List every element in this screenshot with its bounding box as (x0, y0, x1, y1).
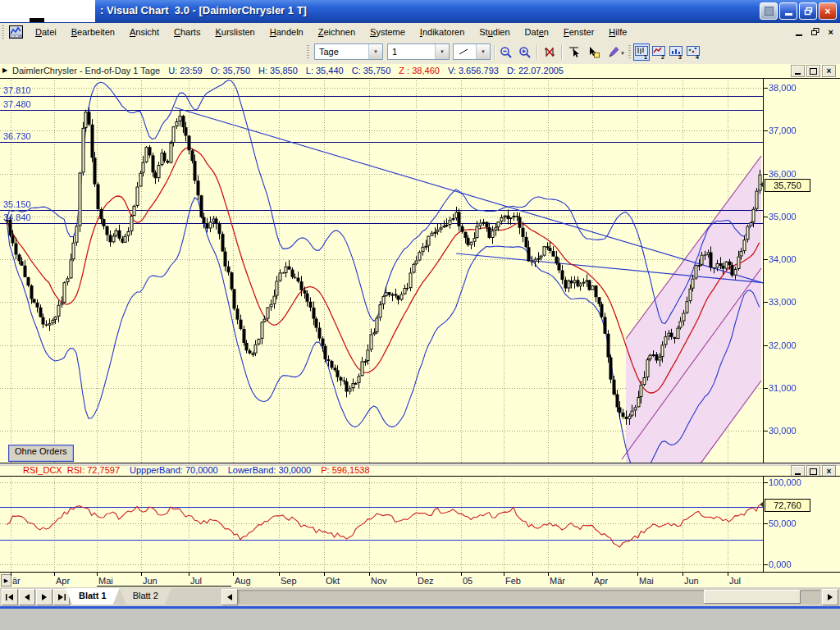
window-title: : Visual Chart 3.0 - [DaimlerChrysler 1 … (100, 4, 307, 16)
time-axis: ▶ ärAprMaiJunJulAugSepOktNovDez05FebMärA… (0, 572, 840, 588)
svg-text:3: 3 (678, 54, 682, 60)
chart-window-4-button[interactable]: 4 (685, 43, 701, 61)
sheet-tabs: Blatt 1Blatt 2 (66, 588, 171, 606)
panel-close-button[interactable]: × (822, 65, 836, 77)
panel-arrow-icon[interactable]: ▶ (2, 66, 7, 75)
scroll-left-button[interactable] (221, 589, 238, 605)
menu-charts[interactable]: Charts (167, 25, 208, 39)
compress-bars-button[interactable] (540, 43, 559, 62)
y-axis-label: 37,000 (769, 126, 797, 135)
month-tick (233, 573, 234, 576)
orders-status-button[interactable]: Ohne Orders (8, 445, 74, 462)
svg-text:4: 4 (696, 54, 699, 60)
title-bar: : Visual Chart 3.0 - [DaimlerChrysler 1 … (0, 0, 840, 23)
pointer-note-icon (587, 46, 600, 58)
month-tick (279, 573, 280, 576)
mdi-close-icon[interactable]: × (829, 27, 833, 37)
next-icon (40, 593, 48, 601)
menu-grip[interactable] (2, 25, 4, 39)
tab-blatt-2[interactable]: Blatt 2 (120, 588, 171, 605)
menu-bar: DateiBearbeitenAnsichtChartsKurslistenHa… (0, 23, 840, 41)
logo-mark (30, 18, 44, 22)
month-tick (682, 573, 683, 576)
crosshair-cursor-button[interactable] (564, 43, 583, 62)
crosshair-cursor-icon (568, 46, 581, 58)
chart-window-3-button[interactable]: 3 (668, 43, 684, 61)
next-sheet-button[interactable] (36, 589, 52, 605)
mini-chart-icon: 2 (651, 45, 666, 59)
chart-document-icon[interactable] (9, 25, 23, 39)
mdi-window-controls: × (796, 26, 833, 38)
tab-blatt-1[interactable]: Blatt 1 (66, 588, 120, 605)
line-style-combo[interactable]: ▼ (453, 43, 491, 60)
ohlc-field: Z : 38,460 (399, 66, 440, 75)
close-button[interactable]: × (819, 2, 837, 20)
menu-indikatoren[interactable]: Indikatoren (413, 25, 472, 39)
menu-studien[interactable]: Studien (472, 25, 517, 39)
line-style-icon (458, 48, 469, 56)
menu-daten[interactable]: Daten (518, 25, 556, 39)
toolbar-grip-2[interactable] (628, 45, 631, 60)
menu-bearbeiten[interactable]: Bearbeiten (64, 25, 122, 39)
scroll-right-button[interactable] (822, 589, 838, 605)
menu-systeme[interactable]: Systeme (363, 25, 413, 39)
month-label: 05 (463, 576, 472, 586)
chart-window-2-button[interactable]: 2 (651, 43, 667, 61)
toolbar-grip[interactable] (307, 45, 309, 60)
close-icon: × (827, 468, 832, 476)
highlighter-button[interactable]: ▼ (604, 43, 623, 62)
zoom-in-button[interactable] (515, 43, 534, 62)
first-sheet-button[interactable] (2, 589, 18, 605)
mdi-minimize-icon[interactable] (796, 34, 802, 36)
minimize-button[interactable] (779, 2, 797, 20)
rsi-chart-canvas[interactable] (0, 476, 840, 572)
month-tick (728, 573, 728, 576)
menu-kurslisten[interactable]: Kurslisten (208, 25, 262, 39)
menu-hilfe[interactable]: Hilfe (601, 25, 634, 39)
chevron-down-icon[interactable]: ▼ (368, 44, 382, 59)
axis-scroll-arrow-icon[interactable]: ▶ (1, 574, 11, 587)
axis-underline (97, 586, 231, 587)
period-combo[interactable]: Tage ▼ (314, 43, 383, 60)
ohlc-field: O: 35,750 (211, 66, 250, 75)
pointer-note-button[interactable] (584, 43, 603, 62)
rsi-axis-label: 0,000 (769, 559, 792, 569)
chart-window-1-button[interactable]: 1 (633, 43, 650, 61)
close-icon: × (824, 6, 830, 17)
price-level-label: 34.840 (3, 212, 31, 222)
month-label: Mai (639, 576, 654, 586)
panel-minimize-button[interactable] (791, 65, 805, 77)
menu-datei[interactable]: Datei (28, 25, 64, 39)
restore-button[interactable] (799, 2, 817, 20)
compression-combo-value: 1 (392, 47, 397, 57)
mdi-restore-icon[interactable] (811, 28, 819, 36)
prev-sheet-button[interactable] (19, 589, 35, 605)
compression-combo[interactable]: 1 ▼ (387, 43, 450, 60)
chevron-down-icon[interactable]: ▼ (435, 44, 449, 59)
logo-placeholder (0, 0, 95, 22)
month-label: Feb (505, 576, 521, 586)
menu-ansicht[interactable]: Ansicht (122, 25, 167, 39)
month-tick (592, 573, 593, 576)
menu-zeichnen[interactable]: Zeichnen (311, 25, 363, 39)
month-tick (548, 573, 549, 576)
month-label: Apr (594, 576, 608, 586)
ohlc-field: C: 35,750 (352, 66, 391, 75)
chevron-down-icon[interactable]: ▼ (620, 51, 625, 56)
horizontal-scrollbar[interactable] (238, 590, 820, 604)
prev-icon (23, 593, 31, 601)
main-chart-canvas[interactable] (0, 78, 840, 463)
close-icon: × (827, 67, 832, 75)
menu-fenster[interactable]: Fenster (556, 25, 601, 39)
sheet-nav-buttons (2, 589, 70, 605)
visual-chart-application: : Visual Chart 3.0 - [DaimlerChrysler 1 … (0, 0, 840, 630)
chevron-down-icon[interactable]: ▼ (476, 44, 490, 59)
month-tick (97, 573, 98, 576)
scrollbar-thumb[interactable] (704, 590, 801, 604)
panel-maximize-button[interactable] (806, 65, 820, 77)
zoom-out-button[interactable] (496, 43, 515, 62)
zoom-in-icon (518, 46, 532, 59)
inactive-window-button[interactable] (760, 2, 778, 20)
menu-handeln[interactable]: Handeln (262, 25, 311, 39)
month-label: Nov (371, 576, 387, 586)
